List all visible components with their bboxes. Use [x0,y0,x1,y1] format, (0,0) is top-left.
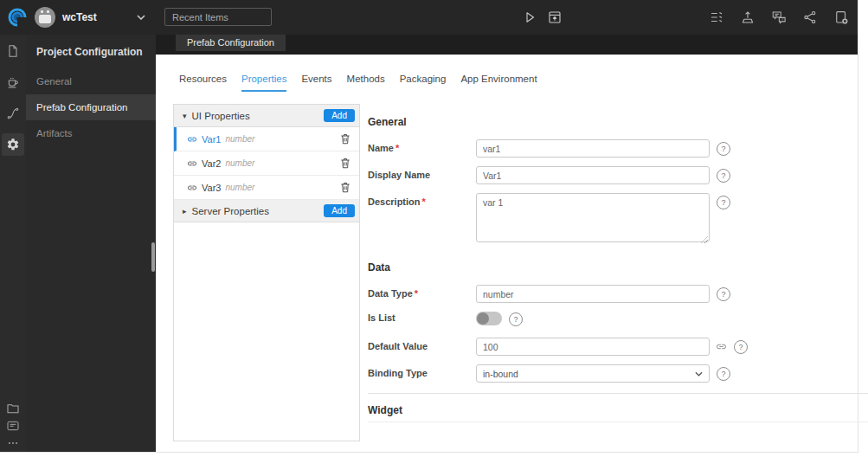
tab-app-environment[interactable]: App Environment [460,74,537,92]
field-display-name: Display Name ? [368,166,868,184]
is-list-toggle[interactable] [476,312,502,325]
property-name: Var3 [202,183,221,193]
help-icon[interactable]: ? [717,142,730,156]
description-textarea[interactable]: var 1 [476,193,710,242]
preview-window-button[interactable] [547,10,563,25]
help-icon[interactable]: ? [717,367,730,381]
add-server-property-button[interactable]: Add [324,204,355,217]
tab-properties[interactable]: Properties [241,74,286,92]
section-title-data: Data [368,261,868,274]
publish-deploy-button[interactable] [740,10,755,25]
field-default-value: Default Value ? [368,338,868,356]
server-properties-group-header[interactable]: ▸ Server Properties Add [174,200,359,222]
name-label: Name [368,139,476,153]
property-type: number [225,158,254,168]
property-row-var1[interactable]: Var1 number [174,127,359,151]
bind-link-icon[interactable] [716,341,727,352]
property-type: number [225,183,254,192]
default-value-input[interactable] [476,338,710,356]
app-screen: wcTest [0,0,868,457]
sidebar-item-prefab-configuration[interactable]: Prefab Configuration [26,94,156,120]
tab-methods[interactable]: Methods [347,74,385,92]
feedback-chat-button[interactable]: ? [771,10,787,25]
tab-resources[interactable]: Resources [179,74,227,92]
property-name: Var1 [202,134,221,145]
bind-link-icon [187,134,197,145]
property-type: number [225,134,254,144]
project-name[interactable]: wcTest [62,11,97,23]
sidebar-title: Project Configuration [26,35,156,68]
document-tabstrip: Prefab Configuration [156,35,858,55]
data-type-label: Data Type [368,285,476,299]
is-list-label: Is List [368,312,476,323]
property-form: General Name ? Display Name ? Descriptio… [368,104,868,422]
run-play-button[interactable] [522,10,537,25]
delete-trash-icon[interactable] [339,181,351,194]
bind-link-icon [187,183,197,193]
binding-type-label: Binding Type [368,364,476,378]
description-label: Description [368,193,476,207]
left-icon-rail [0,35,26,452]
sidebar-scrollbar-thumb[interactable] [151,242,155,272]
field-description: Description var 1 ? [368,193,868,246]
project-chevron-down-icon[interactable] [137,15,145,20]
display-name-input[interactable] [476,166,710,184]
rail-bottom-actions [2,400,24,452]
project-avatar-glyph [39,15,51,23]
files-icon[interactable] [2,40,24,62]
field-data-type: Data Type ? [368,285,868,303]
data-type-input[interactable] [476,285,710,303]
topbar-center-actions [522,10,563,25]
field-binding-type: Binding Type in-bound ? [368,364,868,383]
tab-packaging[interactable]: Packaging [400,74,447,92]
sidebar-item-general[interactable]: General [26,68,156,94]
project-config-sidebar: Project Configuration General Prefab Con… [26,35,156,452]
properties-list-panel: ▾ UI Properties Add Var1 number [173,104,360,441]
delete-trash-icon[interactable] [339,132,351,145]
section-divider [368,393,868,394]
help-icon[interactable]: ? [717,196,730,209]
api-path-icon[interactable] [2,102,24,125]
delete-trash-icon[interactable] [339,157,351,170]
binding-type-value: in-bound [483,369,518,379]
bind-link-icon [187,158,197,169]
app-window: wcTest [0,0,858,453]
property-row-var2[interactable]: Var2 number [174,151,359,176]
caret-down-icon: ▾ [183,112,187,120]
tab-events[interactable]: Events [301,74,331,92]
export-project-button[interactable] [833,10,849,25]
ui-properties-group-label: UI Properties [192,111,250,121]
name-input[interactable] [476,139,710,158]
add-ui-property-button[interactable]: Add [324,109,355,122]
caret-right-icon: ▸ [183,207,187,216]
help-icon[interactable]: ? [717,169,730,183]
toggle-knob [477,312,489,325]
display-name-label: Display Name [368,166,476,180]
server-properties-group-label: Server Properties [192,206,269,216]
console-icon[interactable] [2,417,24,434]
help-icon[interactable]: ? [734,340,748,354]
settings-gear-icon[interactable] [2,133,24,156]
binding-type-select[interactable]: in-bound [476,364,710,383]
doc-tab-prefab-configuration[interactable]: Prefab Configuration [176,35,286,51]
chevron-down-icon [695,371,703,377]
sidebar-item-artifacts[interactable]: Artifacts [26,120,156,146]
wavemaker-logo-icon[interactable] [7,7,28,28]
share-branch-button[interactable] [802,10,818,25]
project-avatar[interactable] [35,7,55,28]
property-row-var3[interactable]: Var3 number [174,176,359,200]
avatar-dot [47,10,49,13]
ui-properties-group-header[interactable]: ▾ UI Properties Add [174,105,359,127]
avatar-dot [41,10,43,13]
help-icon[interactable]: ? [717,287,730,301]
folder-icon[interactable] [2,400,24,417]
section-title-general: General [368,116,868,128]
more-options-icon[interactable] [2,434,24,452]
section-divider [368,422,868,422]
field-is-list: Is List ? [368,312,868,326]
help-icon[interactable]: ? [509,312,523,326]
queue-list-button[interactable] [709,10,724,25]
recent-items-input[interactable] [164,8,272,26]
java-services-coffee-icon[interactable] [2,71,24,93]
default-value-label: Default Value [368,338,476,351]
